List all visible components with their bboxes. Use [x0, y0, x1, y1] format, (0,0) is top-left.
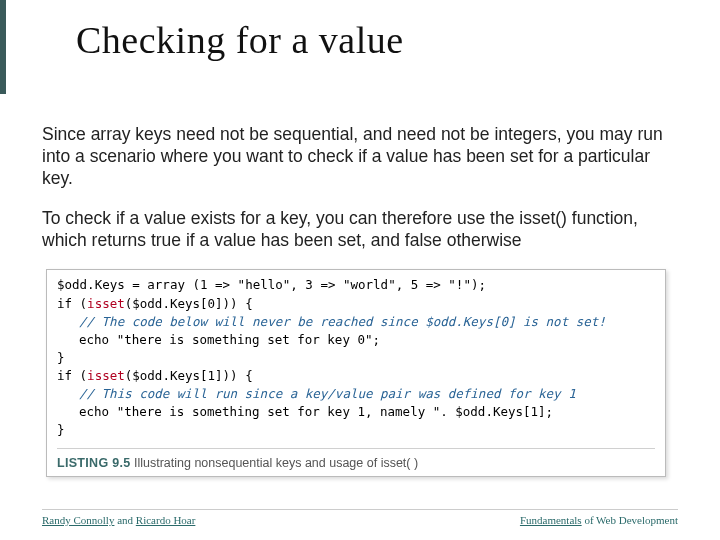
code-text: if (	[57, 296, 87, 311]
code-text: ($odd.Keys[0])) {	[125, 296, 253, 311]
listing-caption: LISTING 9.5 Illustrating nonsequential k…	[57, 448, 655, 472]
code-comment: // The code below will never be reached …	[57, 313, 655, 331]
code-line: $odd.Keys = array (1 => "hello", 3 => "w…	[57, 276, 655, 294]
paragraph-1: Since array keys need not be sequential,…	[42, 124, 670, 190]
slide-title: Checking for a value	[76, 18, 404, 62]
footer-text: of Web Development	[582, 514, 678, 526]
code-line: if (isset($odd.Keys[0])) {	[57, 295, 655, 313]
code-listing: $odd.Keys = array (1 => "hello", 3 => "w…	[46, 269, 666, 476]
author-2: Ricardo Hoar	[136, 514, 196, 526]
code-line: }	[57, 349, 655, 367]
code-line: if (isset($odd.Keys[1])) {	[57, 367, 655, 385]
title-bar: Checking for a value	[0, 0, 720, 94]
code-text: if (	[57, 368, 87, 383]
footer-right: Fundamentals of Web Development	[520, 514, 678, 526]
listing-text: Illustrating nonsequential keys and usag…	[130, 456, 418, 470]
keyword-isset: isset	[87, 296, 125, 311]
code-line: echo "there is something set for key 1, …	[57, 403, 655, 421]
code-text: $odd.Keys = array (1 => "hello", 3 => "w…	[57, 277, 486, 292]
slide: Checking for a value Since array keys ne…	[0, 0, 720, 540]
code-line: echo "there is something set for key 0";	[57, 331, 655, 349]
keyword-isset: isset	[87, 368, 125, 383]
footer: Randy Connolly and Ricardo Hoar Fundamen…	[42, 509, 678, 526]
paragraph-2: To check if a value exists for a key, yo…	[42, 208, 670, 252]
listing-label: LISTING 9.5	[57, 456, 130, 470]
book-title-word: Fundamentals	[520, 514, 582, 526]
footer-text: and	[114, 514, 135, 526]
code-comment: // This code will run since a key/value …	[57, 385, 655, 403]
code-text: ($odd.Keys[1])) {	[125, 368, 253, 383]
author-1: Randy Connolly	[42, 514, 114, 526]
slide-body: Since array keys need not be sequential,…	[0, 94, 720, 477]
footer-left: Randy Connolly and Ricardo Hoar	[42, 514, 195, 526]
code-line: }	[57, 421, 655, 439]
